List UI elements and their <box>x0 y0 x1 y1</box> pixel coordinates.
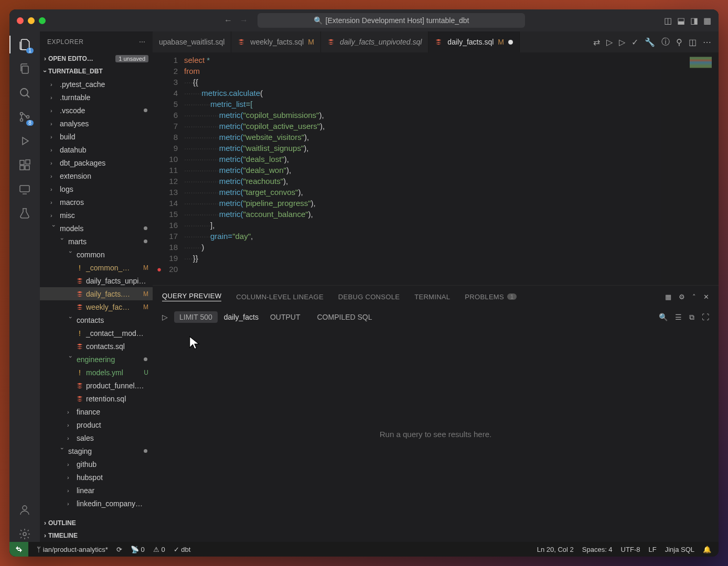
minimize-button[interactable] <box>28 17 35 24</box>
code-editor[interactable]: 12345678910111213141516171819●20 select … <box>153 52 719 285</box>
tab-terminal[interactable]: TERMINAL <box>414 293 450 301</box>
file-product-funnel[interactable]: product_funnel.… <box>40 379 153 392</box>
dbt-indicator[interactable]: ✓ dbt <box>174 546 191 553</box>
run-debug-icon[interactable] <box>17 133 33 149</box>
close-button[interactable] <box>17 17 24 24</box>
layout-icon[interactable]: ▦ <box>703 16 711 26</box>
compare-icon[interactable]: ⇄ <box>593 37 600 47</box>
graph-icon[interactable]: ⚲ <box>676 37 682 47</box>
folder-macros[interactable]: ›macros <box>40 195 153 209</box>
file-common-yml[interactable]: !_common_…M <box>40 261 153 274</box>
maximize-button[interactable] <box>39 17 46 24</box>
explorer-icon[interactable]: 1 <box>17 37 33 52</box>
search-icon-activity[interactable] <box>17 85 33 101</box>
folder-hubspot[interactable]: ›hubspot <box>40 471 153 484</box>
timeline-section[interactable]: ›TIMELINE <box>40 529 153 542</box>
open-editors-section[interactable]: › OPEN EDITO… 1 unsaved <box>40 52 153 65</box>
close-panel-icon[interactable]: ✕ <box>703 293 709 301</box>
folder-dbt-packages[interactable]: ›dbt_packages <box>40 156 153 169</box>
tab-query-preview[interactable]: QUERY PREVIEW <box>162 292 221 301</box>
broadcast-indicator[interactable]: 📡 0 <box>131 546 145 553</box>
indent-indicator[interactable]: Spaces: 4 <box>582 546 613 553</box>
folder-engineering[interactable]: ›engineering <box>40 353 153 366</box>
folder-contacts[interactable]: ›contacts <box>40 313 153 326</box>
extensions-icon[interactable] <box>17 157 33 173</box>
source-control-icon[interactable]: 8 <box>17 109 33 125</box>
play-icon[interactable]: ▷ <box>606 37 613 47</box>
tab-daily-unpivoted[interactable]: daily_facts_unpivoted.sql <box>321 31 429 52</box>
folder-linkedin[interactable]: ›linkedin_company… <box>40 497 153 510</box>
limit-button[interactable]: LIMIT 500 <box>174 311 218 323</box>
bell-icon[interactable]: 🔔 <box>703 546 711 553</box>
accounts-icon[interactable] <box>17 502 33 518</box>
eol-indicator[interactable]: LF <box>648 546 656 553</box>
remote-indicator[interactable] <box>9 542 28 557</box>
check-icon[interactable]: ✓ <box>631 37 638 47</box>
file-contacts-sql[interactable]: contacts.sql <box>40 340 153 353</box>
panel-bottom-icon[interactable]: ⬓ <box>677 16 685 26</box>
folder-product[interactable]: ›product <box>40 418 153 431</box>
folder-linear[interactable]: ›linear <box>40 484 153 497</box>
copy-icon[interactable] <box>17 61 33 77</box>
remote-icon[interactable] <box>17 181 33 197</box>
folder-turntable[interactable]: ›.turntable <box>40 91 153 104</box>
tab-daily-facts[interactable]: daily_facts.sqlM <box>429 31 520 52</box>
nav-forward-icon[interactable]: → <box>240 16 248 25</box>
panel-toggle-icon[interactable]: ◫ <box>664 16 672 26</box>
chevron-up-icon[interactable]: ˄ <box>692 293 696 301</box>
folder-finance[interactable]: ›finance <box>40 405 153 418</box>
sync-indicator[interactable]: ⟳ <box>116 546 122 553</box>
info-icon[interactable]: ⓘ <box>661 37 670 48</box>
folder-vscode[interactable]: ›.vscode <box>40 104 153 117</box>
file-daily-facts[interactable]: daily_facts.…M <box>40 287 153 300</box>
folder-datahub[interactable]: ›datahub <box>40 143 153 156</box>
tab-debug-console[interactable]: DEBUG CONSOLE <box>338 293 400 301</box>
grid-icon[interactable]: ▦ <box>665 293 671 301</box>
expand-icon[interactable]: ⛶ <box>702 313 709 322</box>
folder-pytest-cache[interactable]: ›.pytest_cache <box>40 78 153 91</box>
folder-common[interactable]: ›common <box>40 248 153 261</box>
testing-icon[interactable] <box>17 205 33 221</box>
search-results-icon[interactable]: 🔍 <box>659 313 668 322</box>
tab-lineage[interactable]: COLUMN-LEVEL LINEAGE <box>236 293 324 301</box>
errors-indicator[interactable]: ⚠ 0 <box>153 546 165 553</box>
folder-staging[interactable]: ›staging <box>40 444 153 458</box>
folder-github[interactable]: ›github <box>40 458 153 471</box>
play-outline-icon[interactable]: ▷ <box>619 37 625 47</box>
file-weekly-facts[interactable]: weekly_fac…M <box>40 300 153 313</box>
folder-extension[interactable]: ›extension <box>40 169 153 182</box>
minimap[interactable] <box>661 52 719 285</box>
language-indicator[interactable]: Jinja SQL <box>665 546 694 553</box>
nav-back-icon[interactable]: ← <box>224 16 232 25</box>
outline-section[interactable]: ›OUTLINE <box>40 517 153 529</box>
settings-icon[interactable] <box>17 526 33 542</box>
folder-logs[interactable]: ›logs <box>40 182 153 195</box>
tools-icon[interactable]: 🔧 <box>645 37 655 47</box>
folder-analyses[interactable]: ›analyses <box>40 117 153 130</box>
split-icon[interactable]: ◫ <box>689 37 697 47</box>
project-section[interactable]: › TURNTABLE_DBT <box>40 65 153 78</box>
file-models-yml[interactable]: !models.ymlU <box>40 366 153 379</box>
output-tab[interactable]: OUTPUT <box>265 311 306 323</box>
file-daily-unpivoted[interactable]: daily_facts_unpi… <box>40 274 153 287</box>
panel-right-icon[interactable]: ◨ <box>690 16 698 26</box>
tab-weekly[interactable]: weekly_facts.sqlM <box>231 31 321 52</box>
more-icon[interactable]: ⋯ <box>139 38 146 46</box>
tab-problems[interactable]: PROBLEMS1 <box>465 293 517 301</box>
copy-icon[interactable]: ⧉ <box>689 313 694 322</box>
compiled-sql-tab[interactable]: COMPILED SQL <box>312 311 378 323</box>
folder-sales[interactable]: ›sales <box>40 431 153 444</box>
run-query-icon[interactable]: ▷ <box>162 313 168 321</box>
folder-marts[interactable]: ›marts <box>40 235 153 248</box>
encoding-indicator[interactable]: UTF-8 <box>621 546 640 553</box>
branch-indicator[interactable]: ᛘ ian/product-analytics* <box>37 546 108 553</box>
folder-build[interactable]: ›build <box>40 130 153 143</box>
settings-gear-icon[interactable]: ⚙ <box>679 293 685 301</box>
more-icon[interactable]: ⋯ <box>703 37 711 47</box>
command-center[interactable]: 🔍 [Extension Development Host] turntable… <box>258 13 525 28</box>
file-contact-mod[interactable]: !_contact__mod… <box>40 326 153 340</box>
folder-misc[interactable]: ›misc <box>40 209 153 222</box>
list-icon[interactable]: ☰ <box>675 313 682 322</box>
folder-models[interactable]: ›models <box>40 222 153 235</box>
tab-upabase[interactable]: upabase_waitlist.sql <box>153 31 231 52</box>
